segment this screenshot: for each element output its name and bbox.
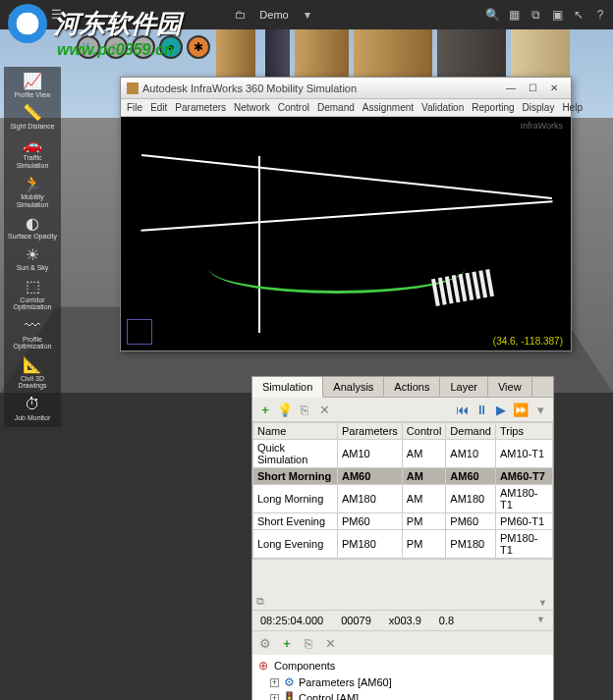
tool-circle2-icon[interactable]: ✱ <box>187 35 210 59</box>
menu-item[interactable]: Network <box>234 102 270 113</box>
table-cell[interactable]: AM <box>402 440 445 468</box>
copy-icon[interactable]: ⎘ <box>300 634 317 652</box>
table-cell[interactable]: PM <box>402 530 445 559</box>
app-logo-icon[interactable]: ◆ <box>4 6 22 24</box>
palette-item[interactable]: ⬚Corridor Optimization <box>6 276 59 313</box>
table-cell[interactable]: AM <box>402 485 445 513</box>
palette-item[interactable]: ☀Sun & Sky <box>6 244 59 274</box>
expand-triangle-icon[interactable]: ▼ <box>536 615 545 626</box>
compass-icon[interactable] <box>127 319 152 345</box>
gear-icon[interactable]: ⚙ <box>256 634 274 652</box>
table-row[interactable]: Short MorningAM60AMAM60AM60-T7 <box>253 468 553 485</box>
expand-icon[interactable]: + <box>270 694 279 701</box>
column-header[interactable]: Control <box>402 423 445 440</box>
close-button[interactable]: ✕ <box>543 80 565 97</box>
column-header[interactable]: Name <box>253 423 338 440</box>
palette-item[interactable]: 🏃Mobility Simulation <box>6 174 59 211</box>
table-cell[interactable]: AM10 <box>338 440 403 468</box>
delete-icon[interactable]: ✕ <box>315 401 333 418</box>
table-cell[interactable]: Short Morning <box>253 468 338 485</box>
tab-actions[interactable]: Actions <box>384 377 440 397</box>
table-cell[interactable]: PM180 <box>338 530 403 559</box>
rewind-icon[interactable]: ⏮ <box>453 401 471 418</box>
menu-item[interactable]: Edit <box>150 102 167 113</box>
table-cell[interactable]: PM180-T1 <box>495 530 552 559</box>
copy-icon[interactable]: ⎘ <box>296 401 313 418</box>
palette-item[interactable]: ⏱Job Monitor <box>6 394 59 423</box>
palette-item[interactable]: 📈Profile View <box>6 71 59 100</box>
layers-icon[interactable]: ▦ <box>505 6 523 24</box>
window-titlebar[interactable]: Autodesk InfraWorks 360 Mobility Simulat… <box>121 78 571 99</box>
table-cell[interactable]: AM60 <box>446 468 496 485</box>
pause-icon[interactable]: ⏸ <box>473 401 490 418</box>
delete-icon[interactable]: ✕ <box>321 634 339 652</box>
table-cell[interactable]: AM60-T7 <box>495 468 552 485</box>
table-cell[interactable]: PM180 <box>446 530 496 559</box>
table-cell[interactable]: AM10 <box>446 440 496 468</box>
table-row[interactable]: Long MorningAM180AMAM180AM180-T1 <box>253 485 553 513</box>
components-tree[interactable]: ⊕ Components +⚙Parameters [AM60]+🚦Contro… <box>252 655 553 700</box>
add-button[interactable]: + <box>278 634 296 652</box>
table-row[interactable]: Quick SimulationAM10AMAM10AM10-T1 <box>253 440 553 468</box>
table-cell[interactable]: AM180-T1 <box>495 485 552 513</box>
palette-item[interactable]: 🚗Traffic Simulation <box>6 135 59 172</box>
tool-wrench-icon[interactable]: 🔧 <box>77 35 100 59</box>
simulation-table[interactable]: NameParametersControlDemandTrips Quick S… <box>252 422 553 559</box>
column-header[interactable]: Trips <box>495 423 552 440</box>
tree-item[interactable]: +⚙Parameters [AM60] <box>252 674 553 690</box>
bookmark-icon[interactable]: ⧉ <box>527 6 544 24</box>
menu-item[interactable]: Help <box>562 102 583 113</box>
expand-triangle-icon[interactable]: ▼ <box>538 598 547 608</box>
tab-analysis[interactable]: Analysis <box>323 377 384 397</box>
menu-item[interactable]: Demand <box>317 102 355 113</box>
table-cell[interactable]: Long Evening <box>253 530 338 559</box>
table-row[interactable]: Long EveningPM180PMPM180PM180-T1 <box>253 530 553 559</box>
column-header[interactable]: Demand <box>446 423 496 440</box>
tree-root[interactable]: ⊕ Components <box>252 657 553 674</box>
palette-item[interactable]: 〰Profile Optimization <box>6 315 59 352</box>
table-cell[interactable]: PM <box>402 513 445 530</box>
palette-item[interactable]: 📐Civil 3D Drawings <box>6 354 59 392</box>
lightbulb-icon[interactable]: 💡 <box>276 401 294 418</box>
table-cell[interactable]: AM10-T1 <box>495 440 552 468</box>
menu-item[interactable]: Assignment <box>362 102 414 113</box>
sim-3d-viewport[interactable]: InfraWorks (34.6, -118.387) <box>121 117 571 350</box>
search-icon[interactable]: 🔍 <box>483 6 501 24</box>
tab-view[interactable]: View <box>488 377 532 397</box>
home-icon[interactable]: ⌂ <box>26 6 43 24</box>
table-cell[interactable]: Quick Simulation <box>253 440 338 468</box>
table-cell[interactable]: PM60 <box>446 513 496 530</box>
table-row[interactable]: Short EveningPM60PMPM60PM60-T1 <box>253 513 553 530</box>
menu-item[interactable]: Control <box>278 102 309 113</box>
project-name[interactable]: Demo <box>253 9 294 21</box>
menu-item[interactable]: Parameters <box>175 102 226 113</box>
chevron-down-icon[interactable]: ▾ <box>531 401 549 418</box>
menu-icon[interactable]: ☰ <box>47 6 65 24</box>
grid-icon[interactable]: ▣ <box>548 6 566 24</box>
table-cell[interactable]: AM <box>402 468 445 485</box>
tool-eye-icon[interactable]: 👁 <box>132 35 155 59</box>
menu-item[interactable]: Validation <box>421 102 464 113</box>
expand-icon[interactable]: + <box>270 678 279 687</box>
folder-icon[interactable]: 🗀 <box>232 6 250 24</box>
column-header[interactable]: Parameters <box>338 423 403 440</box>
menu-item[interactable]: Display <box>523 102 555 113</box>
palette-item[interactable]: ◐Surface Opacity <box>6 213 59 242</box>
tab-simulation[interactable]: Simulation <box>252 377 323 398</box>
table-cell[interactable]: PM60 <box>338 513 403 530</box>
tab-layer[interactable]: Layer <box>440 377 488 397</box>
ab-icon[interactable]: ⧉ <box>256 595 264 608</box>
table-cell[interactable]: AM180 <box>338 485 403 513</box>
table-cell[interactable]: PM60-T1 <box>495 513 552 530</box>
tool-scales-icon[interactable]: ⚖ <box>104 35 128 59</box>
maximize-button[interactable]: ☐ <box>522 80 543 97</box>
tool-circle1-icon[interactable]: ● <box>159 35 183 59</box>
palette-item[interactable]: 📏Sight Distance <box>6 102 59 132</box>
table-cell[interactable]: Short Evening <box>253 513 338 530</box>
fast-forward-icon[interactable]: ⏩ <box>512 401 529 418</box>
add-button[interactable]: + <box>256 401 274 418</box>
tree-item[interactable]: +🚦Control [AM] <box>252 690 553 700</box>
table-cell[interactable]: AM180 <box>446 485 496 513</box>
help-icon[interactable]: ? <box>591 6 609 24</box>
menu-item[interactable]: File <box>127 102 142 113</box>
